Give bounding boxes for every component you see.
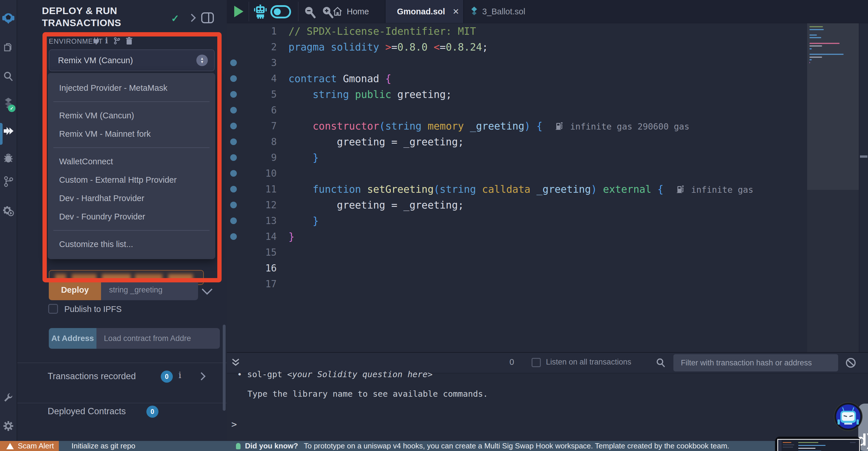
constructor-arg-input[interactable]: string _greeting	[101, 280, 198, 300]
breakpoint-dot[interactable]	[227, 123, 240, 129]
at-address-button[interactable]: At Address	[49, 328, 96, 349]
breakpoint-dot[interactable]	[227, 202, 240, 208]
tab-gmonad[interactable]: Gmonad.sol ✕	[385, 0, 464, 23]
deployed-count-badge: 0	[146, 405, 158, 418]
tab-ballot[interactable]: 3_Ballot.sol	[464, 0, 532, 23]
breakpoint-dot[interactable]	[227, 154, 240, 161]
code-line[interactable]: 4contract Gmonad {	[227, 71, 868, 86]
annotation-highlight-box	[42, 32, 222, 282]
line-number: 14	[240, 231, 277, 242]
screenshare-thumbnail[interactable]	[775, 436, 861, 451]
breakpoint-dot[interactable]	[227, 186, 240, 193]
line-number: 17	[240, 278, 277, 289]
transactions-expand-icon[interactable]	[197, 372, 206, 380]
breakpoint-dot[interactable]	[227, 59, 240, 66]
minimap-line	[809, 57, 822, 58]
code-line[interactable]: 8 greeting = _greeting;	[227, 134, 868, 150]
settings-gear-icon[interactable]	[0, 418, 17, 434]
code-line[interactable]: 16	[227, 260, 868, 276]
code-line[interactable]: 1// SPDX-License-Identifier: MIT	[227, 23, 868, 39]
code-text: function setGreeting(string calldata _gr…	[277, 184, 753, 195]
line-number: 11	[240, 184, 277, 195]
code-text: pragma solidity >=0.8.0 <=0.8.24;	[277, 41, 488, 53]
tab-gmonad-label: Gmonad.sol	[397, 7, 445, 17]
tab-home[interactable]: Home	[332, 0, 369, 23]
search-icon[interactable]	[0, 68, 17, 84]
breakpoint-dot[interactable]	[227, 91, 240, 98]
collapse-terminal-icon[interactable]	[231, 357, 241, 368]
line-number: 15	[240, 247, 277, 258]
solidity-compiler-icon[interactable]: ✓	[0, 95, 17, 111]
zoom-out-icon[interactable]	[304, 6, 316, 19]
close-tab-icon[interactable]: ✕	[453, 7, 459, 17]
transactions-recorded-label: Transactions recorded	[48, 371, 136, 382]
ai-copilot-toggle[interactable]	[270, 5, 291, 19]
listen-all-checkbox[interactable]	[532, 358, 541, 367]
debugger-icon[interactable]	[0, 150, 17, 166]
expand-deploy-args-icon[interactable]	[202, 284, 212, 295]
remix-ai-robot-icon[interactable]	[253, 5, 268, 19]
publish-ipfs-checkbox[interactable]	[48, 304, 58, 314]
deploy-and-run-icon[interactable]	[0, 123, 17, 139]
icon-rail: ✓	[0, 0, 17, 451]
breakpoint-dot[interactable]	[227, 218, 240, 224]
maintenance-wrench-icon[interactable]	[0, 389, 17, 405]
code-line[interactable]: 2pragma solidity >=0.8.0 <=0.8.24;	[227, 39, 868, 55]
terminal-search-icon[interactable]	[656, 358, 666, 368]
code-line[interactable]: 14}	[227, 229, 868, 245]
code-line[interactable]: 15	[227, 245, 868, 260]
minimap-line	[809, 62, 810, 63]
transactions-info-icon[interactable]: i	[179, 370, 181, 380]
terminal[interactable]: 0 Listen on all transactions Filter with…	[227, 352, 868, 451]
code-line[interactable]: 12 greeting = _greeting;	[227, 197, 868, 213]
code-line[interactable]: 13 }	[227, 213, 868, 229]
code-line[interactable]: 6	[227, 102, 868, 118]
at-address-input[interactable]: Load contract from Addre	[96, 328, 220, 349]
listen-all-label: Listen on all transactions	[546, 358, 631, 367]
code-line[interactable]: 7 constructor(string memory _greeting) {…	[227, 118, 868, 134]
file-explorer-icon[interactable]	[0, 40, 17, 56]
line-number: 10	[240, 168, 277, 179]
breakpoint-dot[interactable]	[227, 138, 240, 145]
panel-title: DEPLOY & RUN TRANSACTIONS	[42, 5, 121, 29]
scam-alert-badge[interactable]: Scam Alert	[0, 441, 59, 451]
minimap[interactable]	[807, 23, 859, 352]
robot-avatar-icon	[840, 411, 856, 423]
pin-panel-icon[interactable]	[201, 12, 214, 24]
run-script-icon[interactable]	[234, 6, 243, 17]
panel-scrollbar[interactable]	[223, 325, 226, 411]
panel-forward-icon[interactable]	[188, 14, 196, 22]
code-line[interactable]: 9 }	[227, 150, 868, 166]
thumbnail-content	[777, 439, 860, 451]
code-text: }	[277, 231, 294, 243]
remix-logo-icon[interactable]	[0, 10, 17, 26]
code-line[interactable]: 11 function setGreeting(string calldata …	[227, 181, 868, 197]
breakpoint-dot[interactable]	[227, 233, 240, 240]
code-text: greeting = _greeting;	[277, 136, 464, 148]
code-line[interactable]: 10	[227, 166, 868, 181]
git-icon[interactable]	[0, 173, 17, 190]
filter-input[interactable]: Filter with transaction hash or address	[673, 354, 838, 371]
clear-console-icon[interactable]	[845, 357, 857, 369]
gas-pump-icon	[677, 185, 684, 193]
line-number: 8	[240, 136, 277, 147]
plugin-manager-icon[interactable]	[0, 203, 17, 219]
code-line[interactable]: 5 string public greeting;	[227, 86, 868, 102]
breakpoint-dot[interactable]	[227, 170, 240, 177]
minimap-slider[interactable]	[807, 23, 859, 190]
line-number: 12	[240, 199, 277, 210]
code-line[interactable]: 17	[227, 276, 868, 292]
deploy-button[interactable]: Deploy	[49, 280, 101, 300]
code-line[interactable]: 3	[227, 55, 868, 71]
minimap-line	[809, 43, 840, 44]
breakpoint-dot[interactable]	[227, 75, 240, 82]
git-init-button[interactable]: Initialize as git repo	[71, 442, 135, 450]
tab-ballot-label: 3_Ballot.sol	[482, 7, 525, 17]
tab-home-label: Home	[347, 7, 369, 17]
minimap-line	[809, 26, 823, 27]
presenter-avatar[interactable]	[834, 403, 862, 430]
breakpoint-dot[interactable]	[227, 107, 240, 113]
code-editor[interactable]: 1// SPDX-License-Identifier: MIT2pragma …	[227, 23, 868, 352]
terminal-prompt[interactable]: >	[231, 419, 237, 430]
code-text: greeting = _greeting;	[277, 199, 464, 211]
